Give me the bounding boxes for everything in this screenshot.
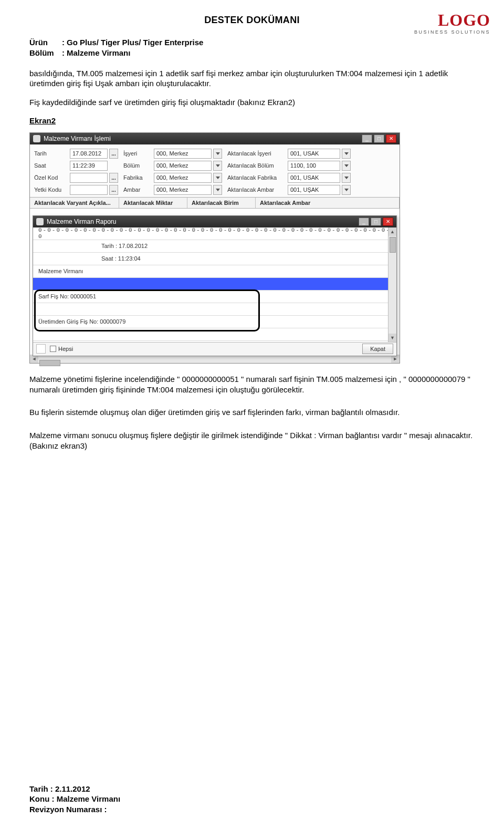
report-row-uretimden: Üretimden Giriş Fiş No: 00000079	[33, 316, 396, 328]
paragraph-1: basıldığında, TM.005 malzemesi için 1 ad…	[29, 68, 475, 89]
label-ambar: Ambar	[123, 186, 140, 193]
report-row-saat: Saat : 11:23:04	[33, 253, 396, 265]
ozelkod-lookup-icon[interactable]: ...	[109, 173, 118, 183]
window-minimize-icon[interactable]: _	[362, 134, 372, 143]
report-row-divider: 0-0-0-0-0-0-0-0-0-0-0-0-0-0-0-0-0-0-0-0-…	[33, 227, 396, 240]
paragraph-4: Bu fişlerin sistemde oluşmuş olan diğer …	[29, 407, 475, 418]
grid-col-ambar[interactable]: Aktarılacak Ambar	[256, 198, 400, 208]
checkbox-icon[interactable]	[50, 346, 56, 352]
grid-col-birim[interactable]: Aktarılacak Birim	[187, 198, 256, 208]
label-tarih: Tarih	[34, 150, 47, 157]
titlebar-2[interactable]: Malzeme Virman Raporu _ □ ✕	[33, 216, 396, 227]
vscroll-thumb[interactable]	[390, 237, 396, 253]
hepsi-label: Hepsi	[58, 346, 73, 352]
bolum-dropdown-icon[interactable]	[213, 161, 222, 171]
ekran2-heading: Ekran2	[29, 116, 475, 125]
label-fabrika: Fabrika	[123, 174, 143, 181]
document-title: DESTEK DOKÜMANI	[29, 15, 475, 26]
report-row-selected[interactable]	[33, 278, 396, 291]
input-bolum[interactable]: 000, Merkez	[154, 161, 212, 171]
input-saat[interactable]: 11:22:39	[70, 161, 108, 171]
akt-bolum-dropdown-icon[interactable]	[342, 161, 351, 171]
input-tarih[interactable]: 17.08.2012	[70, 149, 108, 159]
titlebar-1[interactable]: Malzeme Virmanı İşlemi _ □ ✕	[30, 133, 400, 144]
input-akt-isyeri[interactable]: 001, USAK	[288, 149, 340, 159]
hscroll-thumb[interactable]	[39, 360, 60, 366]
meta-urun-value: Go Plus/ Tiger Plus/ Tiger Enterprise	[67, 37, 203, 48]
meta-bolum-label: Bölüm	[29, 48, 62, 58]
grid-col-miktar[interactable]: Aktarılacak Miktar	[119, 198, 187, 208]
vscroll-up-icon[interactable]: ▲	[388, 227, 396, 236]
hepsi-checkbox[interactable]: Hepsi	[50, 346, 73, 352]
report-row-blank-2	[33, 328, 396, 341]
grid-header: Aktarılacak Varyant Açıkla... Aktarılaca…	[30, 197, 400, 209]
input-ozelkod[interactable]	[70, 173, 108, 183]
akt-isyeri-dropdown-icon[interactable]	[342, 149, 351, 159]
window-maximize-icon[interactable]: □	[374, 134, 384, 143]
logo: LOGO BUSINESS SOLUTIONS	[414, 12, 490, 35]
raporu-close-icon[interactable]: ✕	[383, 217, 393, 226]
report-row-heading: Malzeme Virmanı	[33, 265, 396, 278]
label-yetki: Yetki Kodu	[34, 186, 61, 193]
app-icon	[33, 135, 40, 142]
akt-ambar-dropdown-icon[interactable]	[342, 185, 351, 195]
window-title-2: Malzeme Virman Raporu	[47, 218, 117, 225]
logo-subtitle: BUSINESS SOLUTIONS	[414, 29, 490, 35]
label-bolum: Bölüm	[123, 162, 140, 169]
input-isyeri[interactable]: 000, Merkez	[154, 149, 212, 159]
form-area: Tarih Saat Özel Kod Yetki Kodu 17.08.201…	[30, 144, 400, 197]
label-saat: Saat	[34, 162, 46, 169]
meta-urun-label: Ürün	[29, 37, 62, 48]
isyeri-dropdown-icon[interactable]	[213, 149, 222, 159]
raporu-minimize-icon[interactable]: _	[359, 217, 369, 226]
paragraph-2: Fiş kaydedildiğinde sarf ve üretimden gi…	[29, 97, 475, 108]
report-row-tarih: Tarih : 17.08.2012	[33, 240, 396, 253]
meta-bolum-value: Malzeme Virmanı	[67, 48, 130, 58]
window-malzeme-virman-raporu: Malzeme Virman Raporu _ □ ✕ 0-0-0-0-0-0-…	[33, 215, 397, 356]
akt-fabrika-dropdown-icon[interactable]	[342, 173, 351, 183]
window-close-icon[interactable]: ✕	[386, 134, 396, 143]
input-akt-ambar[interactable]: 001, UŞAK	[288, 185, 340, 195]
report-row-sarf: Sarf Fiş No: 00000051	[33, 291, 396, 303]
input-akt-bolum[interactable]: 1100, 100	[288, 161, 340, 171]
label-akt-ambar: Aktarılacak Ambar	[227, 186, 274, 193]
grid-col-varyant[interactable]: Aktarılacak Varyant Açıkla...	[30, 198, 119, 208]
vscroll-down-icon[interactable]: ▼	[388, 334, 396, 342]
label-isyeri: İşyeri	[123, 150, 137, 157]
input-fabrika[interactable]: 000, Merkez	[154, 173, 212, 183]
report-footer: Hepsi Kapat	[33, 342, 396, 356]
kapat-button[interactable]: Kapat	[362, 344, 393, 354]
label-akt-fabrika: Aktarılacak Fabrika	[227, 174, 277, 181]
input-ambar[interactable]: 000, Merkez	[154, 185, 212, 195]
yetki-lookup-icon[interactable]: ...	[109, 185, 118, 195]
raporu-maximize-icon[interactable]: □	[371, 217, 381, 226]
report-footer-icon[interactable]	[36, 344, 46, 354]
footer-rev: Revizyon Numarası :	[29, 804, 120, 815]
tarih-picker-icon[interactable]: ...	[109, 149, 118, 159]
page-footer: Tarih : 2.11.2012 Konu : Malzeme Virmanı…	[29, 784, 120, 815]
label-ozelkod: Özel Kod	[34, 174, 58, 181]
label-akt-bolum: Aktarılacak Bölüm	[227, 162, 274, 169]
app-icon-2	[36, 218, 44, 225]
report-vscrollbar[interactable]: ▲ ▼	[388, 227, 396, 342]
document-meta: Ürün : Go Plus/ Tiger Plus/ Tiger Enterp…	[29, 37, 475, 59]
fabrika-dropdown-icon[interactable]	[213, 173, 222, 183]
footer-konu: Konu : Malzeme Virmanı	[29, 794, 120, 804]
window-title-1: Malzeme Virmanı İşlemi	[44, 135, 111, 142]
footer-tarih: Tarih : 2.11.2012	[29, 784, 120, 794]
report-row-blank-1	[33, 303, 396, 316]
input-akt-fabrika[interactable]: 001, USAK	[288, 173, 340, 183]
paragraph-3: Malzeme yönetimi fişlerine incelendiğind…	[29, 374, 475, 395]
logo-brand: LOGO	[414, 12, 490, 28]
ambar-dropdown-icon[interactable]	[213, 185, 222, 195]
label-akt-isyeri: Aktarılacak İşyeri	[227, 150, 271, 157]
paragraph-5: Malzeme virmanı sonucu oluşmuş fişlere d…	[29, 430, 475, 451]
input-yetki[interactable]	[70, 185, 108, 195]
